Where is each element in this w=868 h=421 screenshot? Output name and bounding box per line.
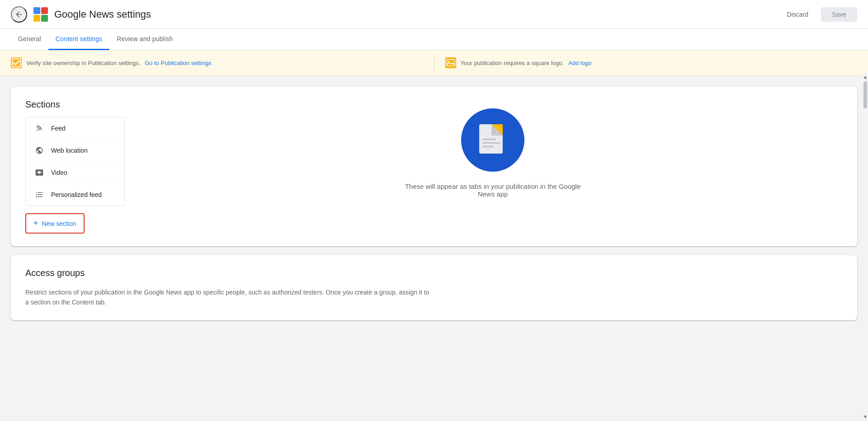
rss-icon: [35, 124, 44, 133]
notif-square-logo: Your publication requires a square logo.…: [445, 57, 858, 68]
notif-divider: [434, 56, 434, 70]
notif-verify-ownership: Verify site ownership in Publication set…: [11, 57, 423, 68]
section-list: Feed Web location: [25, 117, 125, 206]
section-item-web-location[interactable]: Web location: [26, 140, 124, 162]
section-label-personalized-feed: Personalized feed: [51, 191, 102, 198]
section-label-video: Video: [51, 169, 67, 176]
page-scrollbar: ▲ ▼: [863, 72, 868, 421]
tab-review-publish[interactable]: Review and publish: [109, 29, 180, 50]
main-content: Sections Feed: [0, 76, 868, 421]
illustration-text: These will appear as tabs in your public…: [402, 182, 583, 198]
sections-illustration: These will appear as tabs in your public…: [143, 99, 843, 207]
header-actions: Discard Save: [780, 7, 857, 22]
verify-text: Verify site ownership in Publication set…: [26, 60, 140, 66]
page-title: Google News settings: [54, 9, 780, 20]
square-logo-icon: [445, 57, 456, 68]
app-illustration-circle: [461, 108, 524, 172]
sections-card: Sections Feed: [11, 87, 857, 246]
video-icon: [35, 168, 44, 177]
new-section-label: New section: [42, 220, 76, 227]
tabs-nav: General Content settings Review and publ…: [0, 29, 868, 50]
svg-rect-13: [482, 139, 496, 140]
section-label-web-location: Web location: [51, 147, 88, 154]
svg-rect-15: [482, 146, 494, 147]
svg-rect-3: [33, 15, 40, 22]
sections-left: Sections Feed: [25, 99, 125, 234]
go-to-publication-link[interactable]: Go to Publication settings: [145, 60, 211, 66]
svg-rect-1: [33, 7, 40, 14]
notification-banner: Verify site ownership in Publication set…: [0, 50, 868, 76]
plus-icon: +: [33, 219, 38, 228]
section-item-personalized-feed[interactable]: Personalized feed: [26, 184, 124, 206]
top-header: Google News settings Discard Save: [0, 0, 868, 29]
tab-content-settings[interactable]: Content settings: [48, 29, 109, 50]
scrollbar-thumb[interactable]: [863, 81, 867, 108]
svg-rect-14: [482, 142, 500, 144]
section-item-video[interactable]: Video: [26, 162, 124, 184]
discard-button[interactable]: Discard: [780, 7, 816, 22]
access-groups-title: Access groups: [25, 268, 843, 278]
new-section-button[interactable]: + New section: [25, 213, 85, 234]
back-button[interactable]: [11, 6, 27, 23]
add-logo-link[interactable]: Add logo: [568, 60, 591, 66]
layers-icon: [35, 190, 44, 199]
scrollbar-up[interactable]: ▲: [863, 72, 868, 81]
tab-general[interactable]: General: [11, 29, 48, 50]
save-button[interactable]: Save: [821, 7, 857, 22]
svg-rect-4: [41, 15, 48, 22]
svg-rect-2: [41, 7, 48, 14]
verify-ownership-icon: [11, 57, 22, 68]
news-doc-icon: [472, 120, 513, 160]
access-groups-description: Restrict sections of your publication in…: [25, 287, 432, 308]
section-label-feed: Feed: [51, 125, 66, 132]
sections-title: Sections: [25, 99, 125, 110]
globe-icon: [35, 146, 44, 155]
section-item-feed[interactable]: Feed: [26, 117, 124, 140]
scrollbar-down[interactable]: ▼: [863, 412, 868, 421]
square-logo-text: Your publication requires a square logo.: [461, 60, 564, 66]
access-groups-card: Access groups Restrict sections of your …: [11, 255, 857, 320]
app-icon: [33, 6, 49, 23]
